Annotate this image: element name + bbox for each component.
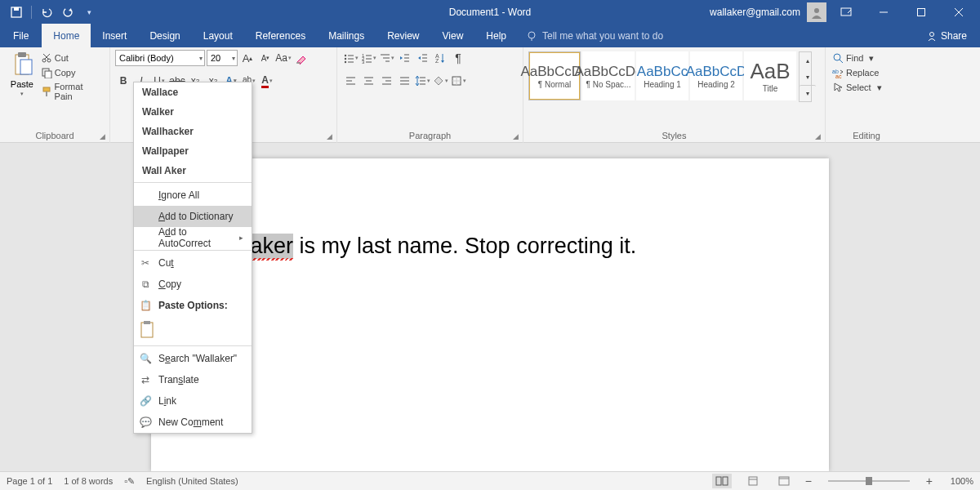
increase-indent-icon[interactable]	[414, 50, 430, 66]
find-button[interactable]: Find▾	[831, 51, 884, 65]
spell-check-icon[interactable]: ▫✎	[124, 476, 135, 487]
align-left-icon[interactable]	[342, 73, 359, 89]
style-heading-1[interactable]: AaBbCcHeading 1	[636, 51, 688, 100]
style-no-spacing[interactable]: AaBbCcDc¶ No Spac...	[582, 51, 635, 100]
font-size-combo[interactable]: 20▾	[207, 50, 238, 66]
tab-insert[interactable]: Insert	[91, 24, 138, 47]
clipboard-launcher-icon[interactable]: ◢	[97, 131, 107, 141]
style-label: ¶ No Spac...	[586, 80, 631, 89]
tell-me-placeholder: Tell me what you want to do	[542, 30, 663, 42]
ribbon-display-options-icon[interactable]	[828, 0, 864, 24]
read-mode-icon[interactable]	[712, 474, 732, 488]
paste-button[interactable]: Paste ▾	[5, 50, 39, 99]
align-right-icon[interactable]	[378, 73, 394, 89]
justify-icon[interactable]	[396, 73, 412, 89]
minimize-button[interactable]	[866, 0, 902, 24]
line-spacing-icon[interactable]: ▾	[414, 73, 430, 89]
tab-references[interactable]: References	[244, 24, 317, 47]
new-comment-item[interactable]: 💬New Comment	[134, 412, 252, 433]
page-status[interactable]: Page 1 of 1	[7, 476, 52, 486]
tab-help[interactable]: Help	[474, 24, 518, 47]
styles-scroll-up-icon[interactable]: ▴	[800, 52, 816, 69]
link-item[interactable]: 🔗Link	[134, 390, 252, 412]
paste-option-keep-source[interactable]	[134, 316, 252, 344]
show-paragraph-marks-icon[interactable]: ¶	[450, 50, 466, 66]
paste-icon	[11, 51, 33, 78]
close-button[interactable]	[941, 0, 977, 24]
bold-icon[interactable]: B	[115, 73, 131, 89]
zoom-slider[interactable]	[828, 480, 910, 482]
bullets-icon[interactable]: ▾	[342, 50, 359, 66]
suggestion-item[interactable]: Wallace	[134, 82, 252, 102]
paragraph-launcher-icon[interactable]: ◢	[510, 131, 520, 141]
word-count[interactable]: 1 of 8 words	[64, 476, 113, 486]
shading-icon[interactable]: ▾	[432, 73, 448, 89]
styles-more-icon[interactable]: ▾	[800, 85, 816, 101]
clear-formatting-icon[interactable]	[293, 50, 310, 66]
multilevel-list-icon[interactable]: ▾	[378, 50, 394, 66]
svg-rect-75	[749, 477, 757, 485]
customize-qat-icon[interactable]: ▾	[79, 2, 99, 22]
editing-group-label: Editing	[831, 129, 902, 143]
svg-rect-73	[716, 477, 721, 485]
zoom-level[interactable]: 100%	[944, 476, 973, 486]
select-button[interactable]: Select▾	[831, 81, 884, 94]
document-page[interactable]: Wallaker is my last name. Stop correctin…	[151, 158, 829, 471]
ignore-all-item[interactable]: Ignore All	[134, 185, 252, 206]
suggestion-item[interactable]: Wallpaper	[134, 141, 252, 161]
cut-button[interactable]: Cut	[39, 51, 105, 65]
redo-icon[interactable]	[58, 2, 78, 22]
font-color-icon[interactable]: A▾	[259, 73, 275, 89]
context-copy-item[interactable]: ⧉Copy	[134, 274, 252, 295]
borders-icon[interactable]: ▾	[450, 73, 466, 89]
user-avatar[interactable]	[807, 2, 826, 22]
shrink-font-icon[interactable]: A▾	[257, 50, 274, 66]
tell-me-search[interactable]: Tell me what you want to do	[526, 30, 663, 42]
tab-review[interactable]: Review	[376, 24, 430, 47]
user-email[interactable]: wallaker@gmail.com	[710, 7, 800, 18]
translate-item[interactable]: ⇄Translate	[134, 369, 252, 390]
web-layout-icon[interactable]	[774, 474, 794, 488]
clipboard-group-label: Clipboard	[5, 129, 105, 143]
tab-layout[interactable]: Layout	[192, 24, 244, 47]
suggestion-item[interactable]: Wallhacker	[134, 122, 252, 141]
suggestion-item[interactable]: Walker	[134, 102, 252, 122]
styles-scroll-down-icon[interactable]: ▾	[800, 69, 816, 85]
language-status[interactable]: English (United States)	[146, 476, 238, 486]
replace-button[interactable]: abacReplace	[831, 66, 884, 79]
zoom-in-button[interactable]: +	[926, 474, 933, 488]
style-title[interactable]: AaBTitle	[744, 51, 796, 100]
tab-home[interactable]: Home	[42, 24, 91, 47]
add-to-dictionary-item[interactable]: Add to Dictionary	[134, 206, 252, 227]
context-cut-item[interactable]: ✂Cut	[134, 252, 252, 274]
copy-label: Copy	[55, 68, 76, 78]
copy-button[interactable]: Copy	[39, 66, 105, 79]
search-item[interactable]: 🔍Search "Wallaker"	[134, 348, 252, 369]
align-center-icon[interactable]	[360, 73, 376, 89]
undo-icon[interactable]	[37, 2, 56, 22]
change-case-icon[interactable]: Aa▾	[275, 50, 292, 66]
font-launcher-icon[interactable]: ◢	[324, 131, 334, 141]
tab-file[interactable]: File	[0, 24, 42, 47]
save-icon[interactable]	[7, 2, 26, 22]
tab-design[interactable]: Design	[138, 24, 191, 47]
document-text[interactable]: is my last name. Stop correcting it.	[293, 234, 636, 258]
font-name-combo[interactable]: Calibri (Body)▾	[115, 50, 205, 66]
maximize-button[interactable]	[903, 0, 939, 24]
sort-icon[interactable]: AZ	[432, 50, 448, 66]
copy-icon	[41, 67, 52, 78]
format-painter-button[interactable]: Format Pain	[39, 81, 105, 102]
grow-font-icon[interactable]: A▴	[239, 50, 256, 66]
print-layout-icon[interactable]	[743, 474, 763, 488]
style-normal[interactable]: AaBbCcDc¶ Normal	[528, 51, 581, 100]
style-heading-2[interactable]: AaBbCcDHeading 2	[690, 51, 742, 100]
tab-view[interactable]: View	[431, 24, 475, 47]
tab-mailings[interactable]: Mailings	[317, 24, 376, 47]
numbering-icon[interactable]: 123▾	[360, 50, 376, 66]
zoom-out-button[interactable]: −	[805, 474, 812, 488]
share-button[interactable]: Share	[926, 30, 980, 42]
decrease-indent-icon[interactable]	[396, 50, 412, 66]
suggestion-item[interactable]: Wall Aker	[134, 161, 252, 180]
styles-launcher-icon[interactable]: ◢	[813, 131, 822, 141]
add-to-autocorrect-item[interactable]: Add to AutoCorrect▸	[134, 227, 252, 248]
